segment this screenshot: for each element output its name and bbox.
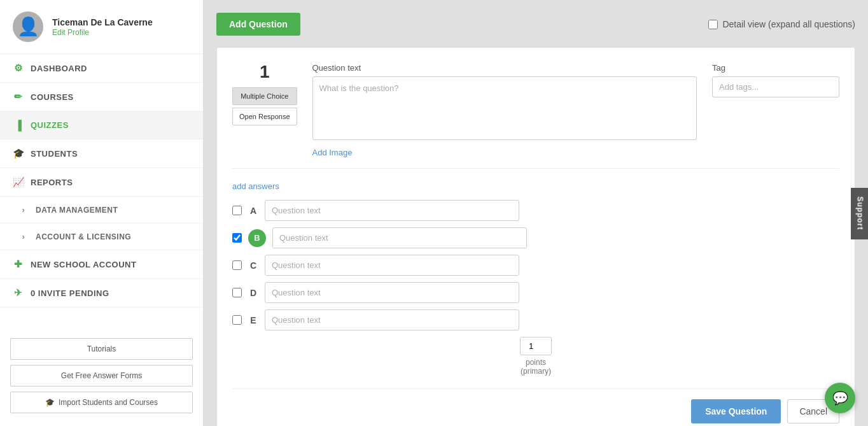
answer-input-a[interactable]	[265, 200, 519, 221]
question-card: 1 Multiple Choice Open Response Question…	[216, 47, 855, 426]
open-response-button[interactable]: Open Response	[232, 108, 297, 125]
question-text-col: Question text Add Image	[312, 63, 697, 158]
answer-input-d[interactable]	[265, 282, 519, 303]
card-footer: Save Question Cancel	[232, 388, 839, 423]
import-button[interactable]: 🎓 Import Students and Courses	[10, 392, 193, 413]
sidebar-item-courses[interactable]: ✏ COURSES	[0, 83, 203, 111]
chevron-right-icon: ›	[18, 232, 29, 241]
points-label: points(primary)	[521, 358, 551, 376]
answer-input-e[interactable]	[265, 309, 519, 330]
sidebar-item-label: REPORTS	[31, 178, 73, 187]
import-button-label: Import Students and Courses	[59, 398, 158, 407]
chevron-right-icon: ›	[18, 205, 29, 215]
sidebar-item-label: STUDENTS	[31, 149, 78, 159]
answer-checkbox-e[interactable]	[232, 315, 242, 325]
answer-input-b[interactable]	[272, 227, 527, 248]
sidebar-bottom: Tutorials Get Free Answer Forms 🎓 Import…	[0, 328, 203, 426]
gear-icon: ⚙	[13, 62, 24, 74]
answer-row-d: D	[232, 282, 839, 303]
add-answers-link[interactable]: add answers	[232, 181, 279, 191]
profile-info: Ticeman De La Caverne Edit Profile	[52, 17, 153, 37]
detail-view-label[interactable]: Detail view (expand all questions)	[708, 19, 855, 29]
detail-view-text: Detail view (expand all questions)	[722, 19, 855, 29]
sidebar-item-label: DATA MANAGEMENT	[36, 206, 118, 215]
profile-name: Ticeman De La Caverne	[52, 17, 153, 28]
sidebar-item-label: 0 INVITE PENDING	[31, 288, 109, 298]
answer-row-c: C	[232, 255, 839, 276]
detail-view-checkbox[interactable]	[708, 20, 718, 29]
answer-row-a: A	[232, 200, 839, 221]
tutorials-button[interactable]: Tutorials	[10, 338, 193, 360]
free-forms-button[interactable]: Get Free Answer Forms	[10, 365, 193, 387]
chat-icon: 💬	[832, 390, 848, 406]
points-input[interactable]	[520, 337, 552, 355]
plus-icon: ✚	[13, 259, 24, 270]
toolbar: Add Question Detail view (expand all que…	[216, 13, 855, 36]
chat-bubble[interactable]: 💬	[825, 383, 855, 413]
reports-icon: 📈	[13, 176, 24, 188]
question-number: 1	[260, 63, 270, 81]
answer-letter-e: E	[248, 315, 258, 325]
question-text-label: Question text	[312, 63, 697, 73]
pencil-icon: ✏	[13, 91, 24, 103]
answer-checkbox-c[interactable]	[232, 260, 242, 270]
support-tab[interactable]: Support	[851, 187, 869, 239]
send-icon: ✈	[13, 287, 24, 299]
sidebar: 👤 Ticeman De La Caverne Edit Profile ⚙ D…	[0, 0, 204, 426]
graduation-small-icon: 🎓	[45, 398, 55, 407]
sidebar-item-data-management[interactable]: › DATA MANAGEMENT	[0, 197, 203, 224]
tag-col: Tag	[712, 63, 839, 158]
answer-input-c[interactable]	[265, 255, 519, 276]
tag-label: Tag	[712, 63, 839, 73]
answer-letter-a: A	[248, 206, 258, 216]
answer-checkbox-b[interactable]	[232, 233, 242, 243]
avatar: 👤	[13, 11, 43, 42]
add-image-link[interactable]: Add Image	[312, 148, 353, 157]
points-block: points(primary)	[232, 337, 839, 376]
answer-letter-c: C	[248, 260, 258, 271]
save-question-button[interactable]: Save Question	[691, 399, 781, 423]
answer-row-b: B	[232, 227, 839, 248]
answers-section: add answers A B C D	[232, 168, 839, 376]
answer-checkbox-a[interactable]	[232, 206, 242, 215]
sidebar-item-label: ACCOUNT & LICENSING	[36, 232, 131, 241]
edit-profile-link[interactable]: Edit Profile	[52, 28, 153, 37]
tag-input[interactable]	[712, 76, 839, 97]
answer-row-e: E	[232, 309, 839, 330]
main-content: Add Question Detail view (expand all que…	[204, 0, 868, 426]
multiple-choice-button[interactable]: Multiple Choice	[232, 87, 297, 105]
question-text-input[interactable]	[312, 76, 697, 140]
sidebar-item-label: NEW SCHOOL ACCOUNT	[31, 260, 136, 269]
add-question-button[interactable]: Add Question	[216, 13, 300, 36]
sidebar-item-new-school-account[interactable]: ✚ NEW SCHOOL ACCOUNT	[0, 250, 203, 279]
bar-chart-icon: ▐	[13, 120, 24, 131]
sidebar-item-dashboard[interactable]: ⚙ DASHBOARD	[0, 54, 203, 83]
sidebar-item-label: DASHBOARD	[31, 64, 87, 73]
graduation-icon: 🎓	[13, 148, 24, 159]
sidebar-item-reports[interactable]: 📈 REPORTS	[0, 168, 203, 197]
user-icon: 👤	[17, 18, 39, 36]
answer-checkbox-d[interactable]	[232, 288, 242, 297]
sidebar-item-quizzes[interactable]: ▐ QUIZZES	[0, 111, 203, 139]
sidebar-item-label: COURSES	[31, 92, 74, 102]
sidebar-item-account-licensing[interactable]: › ACCOUNT & LICENSING	[0, 224, 203, 250]
profile-section: 👤 Ticeman De La Caverne Edit Profile	[0, 0, 203, 54]
question-header: 1 Multiple Choice Open Response Question…	[232, 63, 839, 158]
sidebar-item-invite-pending[interactable]: ✈ 0 INVITE PENDING	[0, 279, 203, 308]
sidebar-item-students[interactable]: 🎓 STUDENTS	[0, 139, 203, 168]
answer-letter-b: B	[248, 229, 266, 247]
question-number-block: 1 Multiple Choice Open Response	[232, 63, 297, 158]
answer-letter-d: D	[248, 288, 258, 298]
sidebar-item-label: QUIZZES	[31, 120, 69, 130]
